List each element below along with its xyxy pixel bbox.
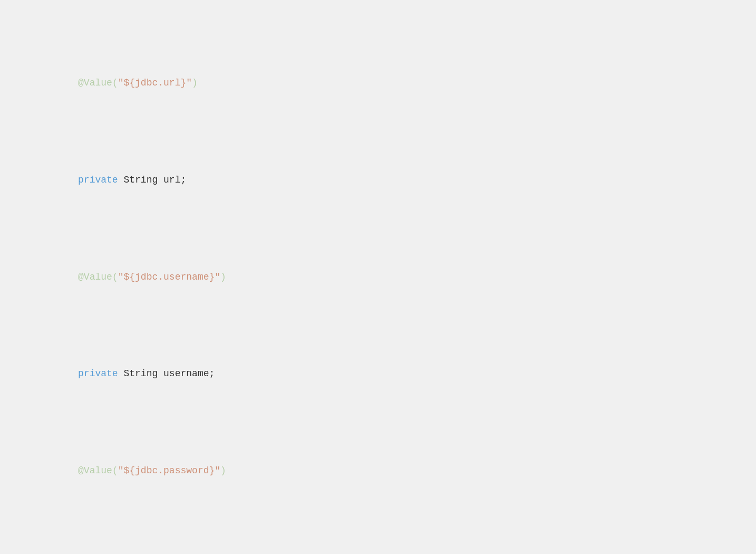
line-4: private String username; [21,349,735,398]
line-1: @Value("${jdbc.url}") [21,59,735,108]
line-3: @Value("${jdbc.username}") [21,253,735,301]
line-2: private String url; [21,156,735,204]
code-container: @Value("${jdbc.url}") private String url… [0,0,756,554]
code-block: @Value("${jdbc.url}") private String url… [21,11,735,554]
line-5: @Value("${jdbc.password}") [21,446,735,495]
line-6: private String password; [21,543,735,554]
